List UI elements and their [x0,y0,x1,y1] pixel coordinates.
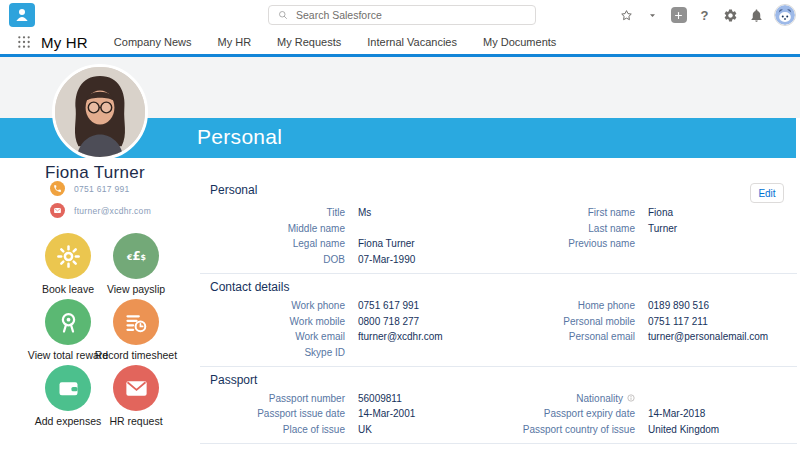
field-row: Work phone0751 617 991Home phone0189 890… [210,298,787,314]
field-value [635,391,787,407]
nav-tab-my-documents[interactable]: My Documents [483,36,556,48]
user-avatar[interactable] [774,4,796,26]
field-label: Place of issue [210,422,345,438]
setup-icon[interactable] [722,7,739,24]
svg-text:€£$: €£$ [125,249,145,263]
section-passport: PassportPassport number56009811Nationali… [200,366,797,443]
field-label: Middle name [210,221,345,237]
nav-tab-company-news[interactable]: Company News [114,36,192,48]
field-value: 07-Mar-1990 [345,252,495,268]
profile-phone-row: 0751 617 991 [50,181,130,196]
section-visa: VisaCountryFranceVisa typeVisa valid fro… [200,443,797,450]
field-row: Passport issue date14-Mar-2001Passport e… [210,406,787,422]
section-title: Personal [210,158,787,198]
field-value: 14-Mar-2018 [635,406,787,422]
xcd-logo-icon[interactable] [9,3,35,27]
field-label: Work phone [210,298,345,314]
app-name: My HR [41,34,88,51]
action-view-payslip[interactable]: €£$View payslip [76,233,196,295]
phone-icon [50,181,65,196]
field-label: Title [210,205,345,221]
page-title: Personal [197,125,282,149]
field-row: Work mobile0800 718 277Personal mobile07… [210,314,787,330]
profile-phone: 0751 617 991 [74,184,130,194]
action-hr-request[interactable]: HR request [76,365,196,427]
section-title: Contact details [210,274,787,295]
nav-tab-internal-vacancies[interactable]: Internal Vacancies [367,36,457,48]
field-row: DOB07-Mar-1990 [210,252,787,268]
help-icon[interactable]: ? [696,7,713,24]
field-label: Personal mobile [495,314,635,330]
section-title: Passport [210,367,787,388]
field-value: 0189 890 516 [635,298,787,314]
global-search[interactable] [268,5,536,25]
favorites-icon[interactable] [618,7,635,24]
payroll-icon: €£$ [113,233,159,279]
notifications-icon[interactable] [748,7,765,24]
field-label: First name [495,205,635,221]
search-input[interactable] [296,9,527,21]
section-title: Visa [210,444,787,450]
global-header: ? [0,0,800,30]
field-row: Place of issueUKPassport country of issu… [210,422,787,438]
action-record-timesheet[interactable]: Record timesheet [76,299,196,361]
section-personal: PersonalTitleMsFirst nameFionaMiddle nam… [200,158,797,273]
field-label: Skype ID [210,345,345,361]
field-label: Passport expiry date [495,406,635,422]
field-value [635,252,787,268]
field-value: 0751 117 211 [635,314,787,330]
field-row: Passport number56009811Nationality [210,391,787,407]
add-icon[interactable] [670,7,687,24]
app-navigation-bar: My HR Company NewsMy HRMy RequestsIntern… [0,30,800,57]
field-row: TitleMsFirst nameFiona [210,205,787,221]
favorites-caret-icon[interactable] [644,7,661,24]
field-label: Work email [210,329,345,345]
field-value [635,236,787,252]
field-label: Work mobile [210,314,345,330]
nav-tab-my-requests[interactable]: My Requests [277,36,341,48]
field-value [345,345,495,361]
timesheet-icon [113,299,159,345]
header-icons: ? [618,0,796,30]
field-value [345,221,495,237]
field-label: Previous name [495,236,635,252]
field-label: Home phone [495,298,635,314]
field-value: Ms [345,205,495,221]
field-value: UK [345,422,495,438]
action-label: HR request [109,415,162,427]
search-icon [277,9,289,21]
field-value: turner@personalemail.com [635,329,787,345]
field-row: Middle nameLast nameTurner [210,221,787,237]
profile-email-row: fturner@xcdhr.com [50,203,151,218]
profile-email[interactable]: fturner@xcdhr.com [74,206,151,216]
nav-tabs: Company NewsMy HRMy RequestsInternal Vac… [114,36,557,48]
field-label: Last name [495,221,635,237]
field-label: Passport country of issue [495,422,635,438]
app-launcher-icon[interactable] [16,34,32,50]
field-value: 14-Mar-2001 [345,406,495,422]
field-value: United Kingdom [635,422,787,438]
field-row: Work emailfturner@xcdhr.comPersonal emai… [210,329,787,345]
envelope-icon [113,365,159,411]
profile-photo [52,64,148,160]
field-label [495,252,635,268]
field-label: Passport issue date [210,406,345,422]
field-value: 56009811 [345,391,495,407]
field-value [635,345,787,361]
detail-panel: PersonalTitleMsFirst nameFionaMiddle nam… [200,158,797,450]
field-value: Fiona Turner [345,236,495,252]
nav-tab-my-hr[interactable]: My HR [217,36,251,48]
field-label: Nationality [495,391,635,407]
profile-name: Fiona Turner [45,163,145,183]
field-label: Passport number [210,391,345,407]
field-value: 0800 718 277 [345,314,495,330]
info-icon[interactable] [627,394,635,402]
action-label: View payslip [107,283,165,295]
field-value: Fiona [635,205,787,221]
field-row: Legal nameFiona TurnerPrevious name [210,236,787,252]
action-label: Record timesheet [95,349,177,361]
field-label: Personal email [495,329,635,345]
field-value: fturner@xcdhr.com [345,329,495,345]
edit-button[interactable]: Edit [750,183,784,203]
field-value: Turner [635,221,787,237]
